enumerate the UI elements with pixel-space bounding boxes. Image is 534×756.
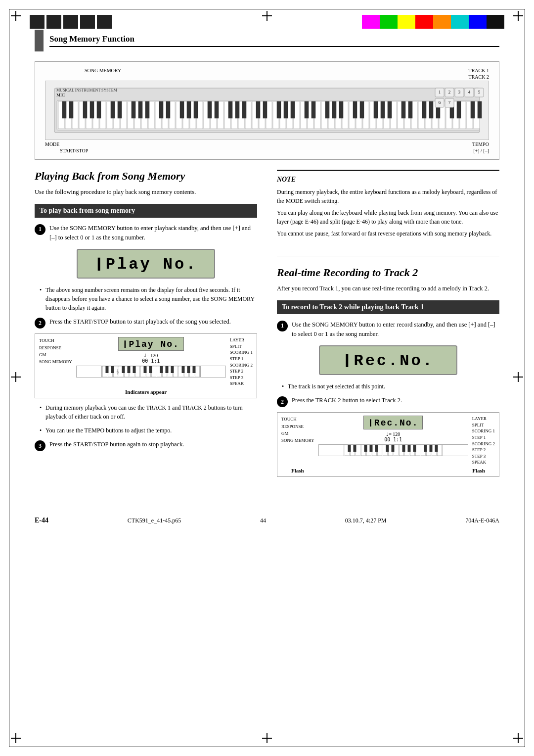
- svg-rect-141: [195, 366, 199, 377]
- svg-rect-97: [388, 101, 392, 118]
- step-1: 1 Use the SONG MEMORY button to enter pl…: [35, 224, 257, 242]
- small-keyboard-2: TOUCH RESPONSE GM SONG MEMORY ❙Rec.No. ♩…: [277, 412, 499, 477]
- svg-rect-94: [360, 101, 364, 118]
- svg-rect-183: [407, 445, 410, 452]
- svg-rect-166: [394, 445, 398, 456]
- svg-rect-83: [256, 101, 260, 118]
- sk-keys-2: [318, 444, 468, 456]
- svg-rect-82: [242, 101, 246, 118]
- svg-rect-130: [135, 366, 139, 377]
- flash-left: Flash: [291, 468, 304, 473]
- sk-bpm-2: ♩= 120: [386, 431, 400, 437]
- svg-rect-80: [228, 101, 232, 118]
- svg-rect-87: [291, 101, 295, 118]
- right-step-1-text: Use the SONG MEMORY button to enter reco…: [292, 320, 499, 339]
- label-mode: MODE: [45, 142, 59, 147]
- svg-rect-92: [339, 101, 343, 118]
- page-content: Song Memory Function SONG MEMORY TRACK 1…: [0, 0, 534, 512]
- svg-rect-84: [263, 101, 267, 118]
- right-column: NOTE During memory playback, the entire …: [277, 170, 499, 482]
- right-step-2: 2 Press the TRACK 2 button to select Tra…: [277, 396, 499, 407]
- main-two-col: Playing Back from Song Memory Use the fo…: [35, 170, 499, 482]
- section-header-block: [35, 30, 44, 51]
- left-sub-heading: To play back from song memory: [35, 204, 257, 218]
- svg-rect-181: [391, 445, 394, 452]
- svg-rect-65: [83, 101, 87, 118]
- keyboard-diagram: SONG MEMORY TRACK 1 TRACK 2: [35, 61, 499, 160]
- diagram-bottom-labels2: START/STOP [+] / [–]: [45, 148, 489, 153]
- sk-display-1: ❙Play No.: [118, 337, 184, 351]
- right-intro: After you record Track 1, you can use re…: [277, 284, 499, 293]
- svg-rect-146: [133, 366, 135, 373]
- bullet-tempo: You can use the TEMPO buttons to adjust …: [40, 426, 257, 435]
- svg-rect-178: [369, 445, 372, 452]
- right-sub-heading: To record to Track 2 while playing back …: [277, 300, 499, 314]
- svg-text:MUSICAL INSTRUMENT SYSTEM: MUSICAL INSTRUMENT SYSTEM: [56, 88, 117, 93]
- note-2: You can play along on the keyboard while…: [277, 208, 499, 226]
- sk-keys-svg-2: [319, 445, 468, 456]
- svg-rect-185: [424, 445, 427, 452]
- sk-display-2: ❙Rec.No.: [363, 416, 423, 429]
- diagram-top-labels: SONG MEMORY TRACK 1: [45, 68, 489, 73]
- right-step-2-text: Press the TRACK 2 button to select Track…: [292, 396, 402, 405]
- svg-rect-66: [90, 101, 94, 118]
- svg-rect-105: [471, 101, 475, 118]
- bullet-track-playback: During memory playback you can use the T…: [40, 403, 257, 421]
- page-number: E-44: [35, 517, 48, 524]
- sk-keys-svg-1: 𝄞: [77, 366, 225, 378]
- svg-rect-179: [375, 445, 378, 452]
- sk-measure-1: 00 1:1: [142, 358, 160, 364]
- right-step-1: 1 Use the SONG MEMORY button to enter re…: [277, 320, 499, 339]
- svg-rect-64: [69, 101, 73, 118]
- note-3: You cannot use pause, fast forward or fa…: [277, 229, 499, 238]
- svg-rect-150: [165, 366, 168, 373]
- note-1: During memory playback, the entire keybo…: [277, 188, 499, 205]
- svg-text:6: 6: [439, 100, 441, 105]
- sk-labels-left-2: TOUCH RESPONSE GM SONG MEMORY: [281, 416, 314, 444]
- svg-rect-147: [143, 366, 146, 373]
- sk-center-1: ❙Play No. ♩= 120 00 1:1: [76, 337, 226, 378]
- svg-rect-71: [138, 101, 142, 118]
- svg-rect-143: [111, 366, 114, 373]
- svg-text:5: 5: [478, 90, 481, 94]
- flash-labels: Flash Flash: [281, 468, 495, 473]
- right-step-2-num: 2: [277, 396, 288, 407]
- note-box: NOTE During memory playback, the entire …: [277, 170, 499, 246]
- display-screen-1: ❙Play No.: [77, 249, 215, 279]
- svg-rect-152: [181, 366, 184, 373]
- svg-rect-72: [145, 101, 149, 118]
- bottom-right-cross: [513, 733, 523, 745]
- page-footer: E-44 CTK591_e_41-45.p65 44 03.10.7, 4:27…: [0, 512, 534, 534]
- bullets-step2: During memory playback you can use the T…: [35, 403, 257, 421]
- svg-rect-180: [386, 445, 389, 452]
- right-step-1-num: 1: [277, 321, 288, 331]
- svg-rect-163: [377, 445, 382, 456]
- svg-rect-175: [348, 445, 351, 452]
- sk-center-2: ❙Rec.No. ♩= 120 00 1:1: [318, 416, 468, 456]
- svg-text:4: 4: [468, 90, 471, 94]
- footer-left: CTK591_e_41-45.p65: [128, 517, 181, 524]
- svg-rect-170: [415, 445, 420, 456]
- svg-rect-78: [208, 101, 212, 118]
- svg-rect-89: [312, 101, 315, 118]
- footer-right: 03.10.7, 4:27 PM: [345, 517, 387, 524]
- svg-rect-182: [402, 445, 405, 452]
- bullet-track-not-selected: The track is not yet selected at this po…: [282, 382, 499, 391]
- svg-rect-69: [118, 101, 122, 118]
- sk-labels-right-1: LAYER SPLIT SCORING 1 STEP 1 SCORING 2 S…: [230, 337, 253, 387]
- flash-right: Flash: [472, 468, 485, 473]
- label-track1: TRACK 1: [469, 68, 489, 73]
- svg-rect-98: [401, 101, 405, 118]
- svg-rect-177: [364, 445, 367, 452]
- svg-rect-99: [408, 101, 412, 118]
- keyboard-body: MIC MUSICAL INSTRUMENT SYSTEM 1 2 3 4 5 …: [45, 81, 489, 140]
- bottom-cross: [262, 733, 272, 745]
- display-screen-3: ❙Rec.No.: [319, 345, 457, 375]
- step-3-num: 3: [35, 440, 45, 451]
- sk-top-1: TOUCH RESPONSE GM SONG MEMORY ❙Play No. …: [39, 337, 253, 387]
- diagram-bottom-labels: MODE TEMPO: [45, 142, 489, 147]
- svg-rect-88: [305, 101, 309, 118]
- svg-rect-148: [149, 366, 152, 373]
- label-tempo: TEMPO: [472, 142, 489, 147]
- svg-text:7: 7: [448, 100, 451, 105]
